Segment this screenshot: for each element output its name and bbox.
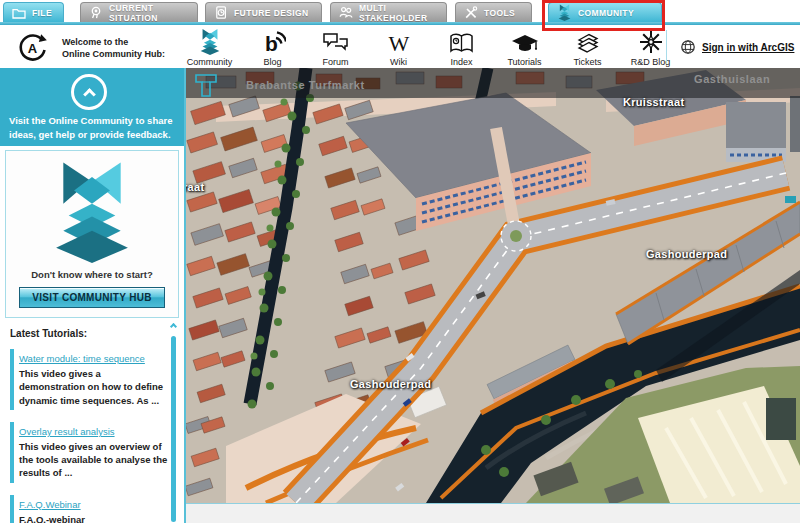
document-clock-icon: [214, 6, 228, 19]
tutorial-item: Water module: time sequence This video g…: [10, 348, 168, 407]
ribbon-item-forum[interactable]: Forum: [304, 27, 367, 67]
tab-label: TOOLS: [484, 8, 515, 18]
people-icon: [339, 6, 353, 19]
tutorial-description: This video gives a demonstration on how …: [19, 367, 168, 407]
ribbon-item-tickets[interactable]: Tickets: [556, 27, 619, 67]
tutorials-header: Latest Tutorials:: [10, 328, 168, 339]
seal-icon: [89, 6, 103, 19]
ribbon-item-label: Tutorials: [507, 57, 541, 67]
scroll-up-chevron[interactable]: [170, 322, 178, 330]
tools-icon: [464, 6, 478, 19]
svg-text:W: W: [388, 31, 409, 55]
ribbon-item-rd-blog[interactable]: R&D Blog: [619, 27, 682, 67]
bottom-status-strip: [186, 503, 800, 523]
chevron-up-icon: [83, 88, 96, 101]
svg-text:A: A: [28, 41, 38, 56]
signin-label: Sign in with ArcGIS: [702, 42, 794, 53]
tutorial-item: F.A.Q.Webinar F.A.Q.-webinar ...: [10, 494, 168, 523]
community-sidebar: Visit the Online Community to share idea…: [0, 68, 186, 523]
tutorial-item: Overlay result analysis This video gives…: [10, 421, 168, 480]
tab-label: CURRENT SITUATION: [109, 3, 189, 23]
tab-label: FILE: [32, 8, 52, 18]
sidebar-header: Visit the Online Community to share idea…: [0, 68, 184, 146]
tutorial-item-partial: [10, 516, 14, 523]
tutorials-scrollbar[interactable]: [171, 336, 176, 522]
community-ribbon: A Welcome to the Online Community Hub: C…: [0, 25, 800, 68]
tutorial-link[interactable]: Water module: time sequence: [19, 353, 145, 364]
forum-bubbles-icon: [322, 31, 349, 55]
tab-underline: [0, 22, 800, 25]
community-hub-card: Don't know where to start? VISIT COMMUNI…: [5, 150, 179, 318]
ribbon-item-index[interactable]: Index: [430, 27, 493, 67]
tutorial-description: F.A.Q.-webinar ...: [19, 513, 168, 523]
tab-current-situation[interactable]: CURRENT SITUATION: [80, 2, 198, 22]
book-index-icon: [448, 31, 475, 55]
tutorial-link[interactable]: Overlay result analysis: [19, 426, 115, 437]
ribbon-items: Community b Blog Forum W: [178, 27, 682, 67]
collapse-chevron-button[interactable]: [71, 74, 107, 110]
tab-tools[interactable]: TOOLS: [455, 2, 532, 22]
community-logo-icon: [557, 4, 572, 21]
ribbon-item-tutorials[interactable]: Tutorials: [493, 27, 556, 67]
chevron-up-icon: [170, 323, 177, 330]
ribbon-item-label: Index: [450, 57, 472, 67]
tab-label: MULTI STAKEHOLDER: [359, 3, 438, 23]
tutorial-link[interactable]: F.A.Q.Webinar: [19, 499, 81, 510]
tab-community[interactable]: COMMUNITY: [548, 2, 662, 22]
tickets-stack-icon: [574, 31, 602, 55]
map-3d-viewport[interactable]: Brabantse Turfmarkt Gasthuislaan Kruisst…: [186, 68, 800, 503]
map-3d-render: [186, 68, 800, 503]
ribbon-item-label: R&D Blog: [631, 57, 671, 67]
visit-community-hub-button[interactable]: VISIT COMMUNITY HUB: [19, 287, 164, 308]
tab-multi-stakeholder[interactable]: MULTI STAKEHOLDER: [330, 2, 447, 22]
ribbon-divider: [666, 30, 667, 64]
tab-file[interactable]: FILE: [3, 2, 64, 22]
welcome-text: Welcome to the Online Community Hub:: [62, 36, 172, 60]
ribbon-item-label: Blog: [263, 57, 281, 67]
ribbon-item-wiki[interactable]: W Wiki: [367, 27, 430, 67]
ribbon-item-community[interactable]: Community: [178, 27, 241, 67]
tygron-t-logo: [194, 72, 218, 98]
tab-label: COMMUNITY: [578, 8, 634, 18]
signin-arcgis[interactable]: Sign in with ArcGIS: [680, 39, 794, 55]
ribbon-item-label: Tickets: [573, 57, 601, 67]
globe-icon: [680, 39, 696, 55]
hub-prompt-text: Don't know where to start?: [31, 269, 153, 280]
folder-icon: [12, 7, 26, 19]
ribbon-item-label: Forum: [322, 57, 348, 67]
ribbon-item-label: Community: [187, 57, 233, 67]
community-logo-icon: [198, 28, 222, 55]
community-logo-large: [46, 159, 138, 263]
tutorial-description: This video gives an overview of the tool…: [19, 440, 168, 480]
wiki-w-icon: W: [386, 31, 412, 55]
at-circle-arrow-icon: A: [17, 31, 49, 63]
tab-label: FUTURE DESIGN: [234, 8, 309, 18]
svg-text:b: b: [265, 32, 278, 55]
tab-future-design[interactable]: FUTURE DESIGN: [205, 2, 322, 22]
application-window: FILE CURRENT SITUATION FUTURE DESIGN: [0, 0, 800, 523]
starburst-icon: [638, 29, 664, 55]
ribbon-item-label: Wiki: [390, 57, 407, 67]
graduation-cap-icon: [511, 33, 539, 55]
ribbon-item-blog[interactable]: b Blog: [241, 27, 304, 67]
sidebar-intro-text: Visit the Online Community to share idea…: [0, 114, 184, 142]
blog-icon: b: [260, 29, 286, 55]
main-tab-bar: FILE CURRENT SITUATION FUTURE DESIGN: [0, 0, 800, 22]
latest-tutorials-section: Latest Tutorials: Water module: time seq…: [0, 318, 184, 523]
